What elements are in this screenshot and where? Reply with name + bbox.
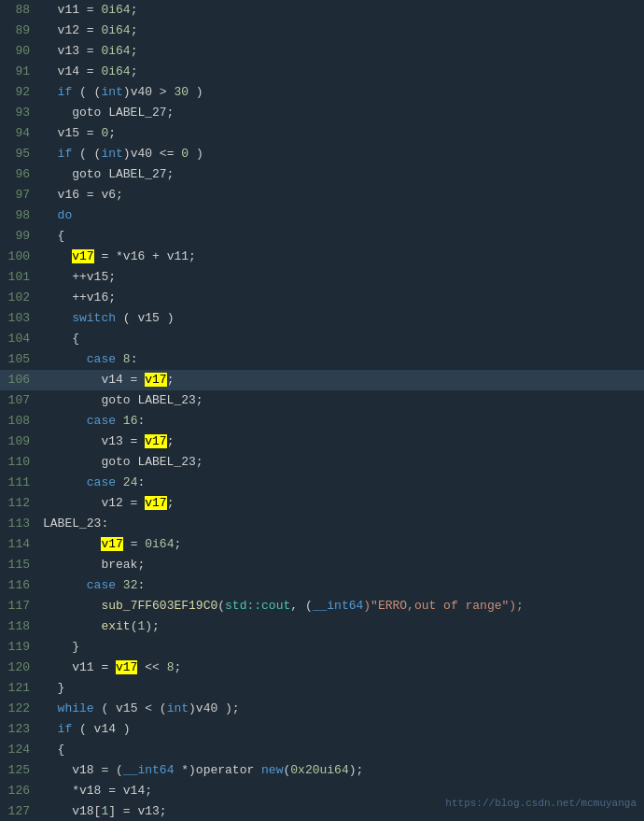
line-content: case 8: [39, 349, 644, 370]
code-token: v14 = [43, 64, 101, 78]
line-number: 101 [0, 267, 39, 288]
table-row: 112 v12 = v17; [0, 493, 644, 514]
code-token: , ( [290, 599, 312, 613]
code-token: { [43, 332, 79, 346]
table-row: 118 exit(1); [0, 616, 644, 637]
line-number: 110 [0, 452, 39, 473]
table-row: 125 v18 = (__int64 *)operator new(0x20ui… [0, 760, 644, 781]
string-token: )"ERRO,out of range"); [363, 599, 524, 613]
table-row: 97 v16 = v6; [0, 185, 644, 205]
line-content: v11 = v17 << 8; [39, 658, 644, 678]
table-row: 113LABEL_23: [0, 514, 644, 534]
line-content: break; [39, 555, 644, 575]
keyword-token: case [87, 414, 116, 428]
keyword-token: int [101, 147, 122, 161]
line-number: 118 [0, 616, 39, 637]
line-content: goto LABEL_23; [39, 390, 644, 411]
keyword-token: int [101, 85, 122, 99]
code-token: ( ( [72, 85, 101, 99]
line-content: goto LABEL_27; [39, 164, 644, 185]
line-content: v16 = v6; [39, 185, 644, 205]
table-row: 106 v14 = v17; [0, 370, 644, 390]
code-token: { [43, 743, 64, 757]
code-token: ; [167, 496, 175, 510]
code-token: goto LABEL_23; [43, 393, 203, 407]
code-token: v11 = [43, 660, 116, 674]
table-row: 89 v12 = 0i64; [0, 21, 644, 41]
number-token: 0i64 [145, 537, 174, 551]
table-row: 90 v13 = 0i64; [0, 41, 644, 62]
highlighted-var: v17 [145, 434, 166, 448]
line-number: 120 [0, 658, 39, 678]
code-token: ); [349, 763, 364, 777]
watermark: https://blog.csdn.net/mcmuyanga [445, 793, 637, 814]
line-number: 125 [0, 760, 39, 781]
code-token: ; [174, 537, 181, 551]
line-content: v17 = 0i64; [39, 534, 644, 555]
number-token: 0i64 [101, 44, 130, 58]
table-row: 103 switch ( v15 ) [0, 308, 644, 329]
table-row: 109 v13 = v17; [0, 432, 644, 452]
line-number: 103 [0, 308, 39, 329]
line-content: exit(1); [39, 616, 644, 637]
table-row: 102 ++v16; [0, 288, 644, 308]
code-token: ; [131, 3, 138, 17]
function-token: sub_7FF603EF19C0 [101, 599, 217, 613]
code-token: v18 = ( [43, 763, 123, 777]
highlighted-var: v17 [101, 537, 122, 551]
code-token [43, 475, 87, 489]
code-token [43, 208, 58, 222]
code-viewer: 88 v11 = 0i64;89 v12 = 0i64;90 v13 = 0i6… [0, 0, 644, 821]
line-content: goto LABEL_27; [39, 103, 644, 123]
code-token: break; [43, 558, 145, 572]
code-token: ; [131, 64, 138, 78]
table-row: 121 } [0, 678, 644, 699]
line-number: 106 [0, 370, 39, 390]
code-token: ( ( [72, 147, 101, 161]
code-token: v14 = [43, 373, 145, 387]
highlighted-var: v17 [145, 496, 166, 510]
code-token: ; [174, 660, 181, 674]
number-token: 30 [174, 85, 189, 99]
code-token: ; [131, 23, 138, 37]
code-token: ; [167, 373, 175, 387]
code-token [116, 578, 123, 592]
line-content: case 16: [39, 411, 644, 432]
table-row: 104 { [0, 329, 644, 349]
code-token: : [137, 475, 145, 489]
line-content: v14 = v17; [39, 370, 644, 390]
table-row: 91 v14 = 0i64; [0, 62, 644, 82]
code-token [43, 722, 58, 736]
line-content: while ( v15 < (int)v40 ); [39, 699, 644, 719]
code-token: v15 = [43, 126, 101, 140]
code-token: ( v15 < ( [94, 701, 167, 715]
code-token [43, 619, 101, 633]
table-row: 99 { [0, 226, 644, 247]
keyword-token: if [58, 722, 73, 736]
table-row: 107 goto LABEL_23; [0, 390, 644, 411]
line-number: 88 [0, 0, 39, 21]
code-token [43, 352, 87, 366]
code-token: } [43, 681, 64, 695]
line-number: 100 [0, 247, 39, 267]
line-content: v18 = (__int64 *)operator new(0x20ui64); [39, 760, 644, 781]
code-token: *v18 = v14; [43, 784, 152, 798]
line-content: if ( (int)v40 <= 0 ) [39, 144, 644, 164]
code-token: ] = v13; [108, 804, 166, 818]
code-token: ( v15 ) [116, 311, 174, 325]
line-content: v15 = 0; [39, 123, 644, 144]
code-token: ( v14 ) [72, 722, 130, 736]
code-token [116, 475, 123, 489]
line-number: 107 [0, 390, 39, 411]
code-token: v12 = [43, 496, 145, 510]
code-token: ); [145, 619, 160, 633]
table-row: 101 ++v15; [0, 267, 644, 288]
code-token: v11 = [43, 3, 101, 17]
code-token: goto LABEL_23; [43, 455, 203, 469]
table-row: 100 v17 = *v16 + v11; [0, 247, 644, 267]
line-content: v14 = 0i64; [39, 62, 644, 82]
line-content: do [39, 205, 644, 226]
line-number: 115 [0, 555, 39, 575]
keyword-token: case [87, 352, 116, 366]
keyword-token: case [87, 475, 116, 489]
